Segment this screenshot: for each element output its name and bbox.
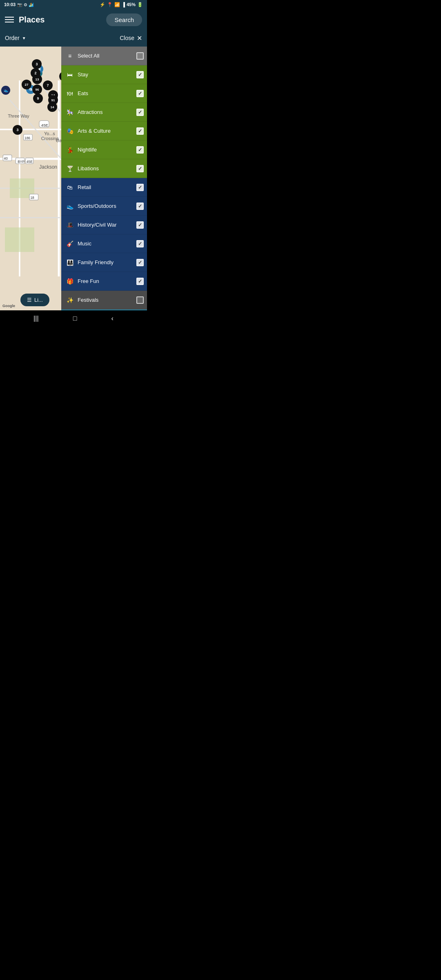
nightlife-icon: 💃 [65, 145, 75, 155]
bluetooth-icon: ⚡ [100, 2, 105, 7]
toolbar: Order ▼ Close ✕ [0, 30, 147, 47]
camera-icon: 📷 [17, 2, 22, 7]
festivals-checkbox[interactable] [136, 296, 144, 304]
music-label: Music [78, 241, 136, 247]
circle-icon: ⊙ [24, 2, 27, 7]
stay-checkbox[interactable] [136, 71, 144, 78]
panel-item-stay[interactable]: 🛏Stay [61, 65, 147, 84]
svg-text:BYP: BYP [18, 160, 24, 164]
close-button[interactable]: Close ✕ [120, 34, 142, 42]
svg-rect-12 [5, 227, 34, 252]
select-all-icon: ≡ [65, 51, 75, 61]
list-icon: ☰ [27, 297, 32, 303]
map-marker-13: 13 [32, 74, 42, 84]
attractions-icon: 🎠 [65, 107, 75, 118]
header: Places Search [0, 9, 147, 30]
panel-item-eats[interactable]: 🍽Eats [61, 84, 147, 103]
panel-item-sports-outdoors[interactable]: 👟Sports/Outdoors [61, 197, 147, 216]
header-left: Places [5, 15, 45, 24]
retail-icon: 🛍 [65, 182, 75, 193]
person-icon: 🏄 [29, 2, 33, 7]
wifi-icon: 📶 [114, 2, 120, 7]
map-marker-3a: 3 [32, 59, 42, 69]
arts-culture-label: Arts & Culture [78, 128, 136, 134]
arts-culture-icon: 🎭 [65, 126, 75, 136]
panel-item-special-events[interactable]: 📅Special Events [61, 310, 147, 310]
svg-text:45E: 45E [41, 123, 48, 127]
libations-label: Libations [78, 165, 136, 172]
battery-icon: 🔋 [137, 2, 143, 7]
music-icon: 🎸 [65, 238, 75, 249]
select-all-label: Select All [78, 53, 136, 59]
back-button[interactable]: ‹ [111, 315, 114, 322]
free-fun-checkbox[interactable] [136, 278, 144, 285]
free-fun-icon: 🎁 [65, 276, 75, 287]
eats-label: Eats [78, 90, 136, 96]
svg-text:45E: 45E [27, 160, 33, 164]
svg-text:Jackson: Jackson [39, 164, 57, 170]
google-logo: Google [2, 304, 15, 308]
family-friendly-checkbox[interactable] [136, 259, 144, 266]
svg-text:186: 186 [24, 136, 30, 140]
panel-item-music[interactable]: 🎸Music [61, 234, 147, 253]
dropdown-arrow-icon: ▼ [22, 36, 26, 40]
svg-text:18: 18 [30, 196, 34, 200]
panel-item-free-fun[interactable]: 🎁Free Fun [61, 272, 147, 291]
map-marker-14c: 14 [47, 102, 57, 112]
page-title: Places [19, 15, 45, 24]
shoe-marker: 👟 [1, 86, 10, 95]
bottom-navigation: ||| □ ‹ [0, 310, 147, 327]
stay-icon: 🛏 [65, 69, 75, 80]
status-time: 10:03 📷 ⊙ 🏄 [4, 2, 33, 7]
location-icon: 📍 [107, 2, 113, 7]
map-marker-7: 7 [43, 80, 53, 90]
nightlife-checkbox[interactable] [136, 146, 144, 154]
svg-text:Three Way: Three Way [8, 114, 29, 118]
eats-icon: 🍽 [65, 88, 75, 99]
select-all-checkbox[interactable] [136, 52, 144, 60]
retail-checkbox[interactable] [136, 184, 144, 191]
sports-outdoors-checkbox[interactable] [136, 203, 144, 210]
attractions-label: Attractions [78, 109, 136, 115]
sports-outdoors-label: Sports/Outdoors [78, 203, 136, 209]
list-view-button[interactable]: ☰ Li... [20, 294, 49, 306]
map-marker-3b: 3 [13, 125, 22, 135]
free-fun-label: Free Fun [78, 278, 136, 284]
sports-outdoors-icon: 👟 [65, 201, 75, 212]
side-panel: ≡Select All🛏Stay🍽Eats🎠Attractions🎭Arts &… [61, 47, 147, 310]
festivals-icon: ✨ [65, 295, 75, 305]
signal-icon: ▐ [122, 2, 125, 7]
nightlife-label: Nightlife [78, 147, 136, 153]
panel-item-retail[interactable]: 🛍Retail [61, 178, 147, 197]
map-marker-27: 27 [22, 80, 31, 89]
map-marker-9: 9 [33, 94, 43, 103]
search-button[interactable]: Search [106, 13, 142, 26]
festivals-label: Festivals [78, 297, 136, 303]
eats-checkbox[interactable] [136, 90, 144, 97]
panel-item-festivals[interactable]: ✨Festivals [61, 291, 147, 310]
panel-item-nightlife[interactable]: 💃Nightlife [61, 140, 147, 159]
attractions-checkbox[interactable] [136, 109, 144, 116]
libations-checkbox[interactable] [136, 165, 144, 172]
home-button[interactable]: □ [73, 315, 77, 322]
main-area: Wes... Medina Three Way Yo...s Crossing … [0, 47, 147, 310]
panel-item-family-friendly[interactable]: 👨‍👩‍👧Family Friendly [61, 253, 147, 272]
panel-item-attractions[interactable]: 🎠Attractions [61, 103, 147, 122]
panel-item-libations[interactable]: 🍸Libations [61, 159, 147, 178]
panel-item-history-civil-war[interactable]: 🎩History/Civil War [61, 216, 147, 234]
retail-label: Retail [78, 184, 136, 190]
close-icon: ✕ [137, 34, 142, 42]
family-friendly-icon: 👨‍👩‍👧 [65, 257, 75, 268]
music-checkbox[interactable] [136, 240, 144, 247]
stay-label: Stay [78, 71, 136, 78]
order-button[interactable]: Order ▼ [5, 35, 26, 41]
history-civil-war-checkbox[interactable] [136, 221, 144, 229]
map-marker-96: 96 [32, 85, 42, 94]
status-bar: 10:03 📷 ⊙ 🏄 ⚡ 📍 📶 ▐ 45% 🔋 [0, 0, 147, 9]
libations-icon: 🍸 [65, 163, 75, 174]
recent-apps-button[interactable]: ||| [33, 315, 38, 322]
arts-culture-checkbox[interactable] [136, 127, 144, 135]
panel-item-arts-culture[interactable]: 🎭Arts & Culture [61, 122, 147, 140]
panel-item-select-all[interactable]: ≡Select All [61, 47, 147, 65]
menu-button[interactable] [5, 17, 14, 22]
